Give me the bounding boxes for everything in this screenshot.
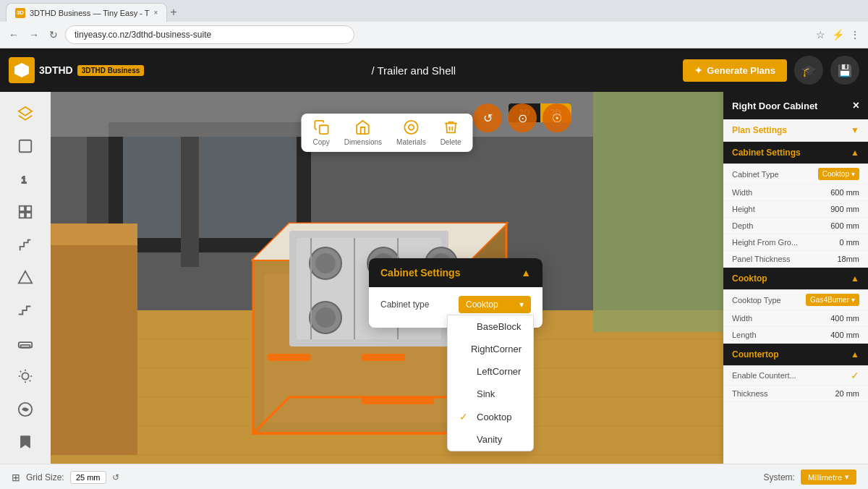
svg-line-14 xyxy=(20,371,21,372)
enable-countertop-checkbox[interactable]: ✓ xyxy=(851,370,859,381)
rp-cooktop-type-select[interactable]: Gas4Burner ▾ xyxy=(806,294,859,306)
forward-btn[interactable]: → xyxy=(26,27,42,42)
countertop-section-arrow: ▲ xyxy=(851,349,859,360)
viewport[interactable]: Copy Dimensions Materials Delete xyxy=(51,92,723,464)
bookmark-icon[interactable]: ☆ xyxy=(813,27,827,42)
grid-size-input[interactable] xyxy=(70,471,106,484)
cabinet-settings-rp-header[interactable]: Cabinet Settings ▲ xyxy=(723,142,868,164)
address-bar[interactable] xyxy=(65,25,354,44)
sparkle-icon: ✦ xyxy=(694,65,702,76)
plan-settings-label: Plan Settings xyxy=(732,125,787,135)
grid-icon: ⊞ xyxy=(12,472,20,483)
new-tab-btn[interactable]: + xyxy=(170,7,176,18)
collapse-icon[interactable]: ▲ xyxy=(521,267,531,278)
sidebar-layers-btn[interactable] xyxy=(9,99,41,127)
sidebar-stairs-btn[interactable] xyxy=(9,231,41,259)
bottom-bar: ⊞ Grid Size: ↺ System: Millimetre ▾ xyxy=(0,464,868,489)
svg-rect-2 xyxy=(20,140,32,153)
logo-badge: 3DTHD Business xyxy=(77,65,145,76)
tab-favicon: 3D xyxy=(15,8,25,18)
extension-icon[interactable]: ⚡ xyxy=(830,27,845,42)
logo: 3DTHD 3DTHD Business xyxy=(9,57,144,83)
svg-marker-0 xyxy=(14,63,29,77)
sidebar-cube-btn[interactable] xyxy=(9,132,41,160)
save-button[interactable]: 💾 xyxy=(830,56,859,85)
refresh-btn[interactable]: ↻ xyxy=(46,27,61,42)
cabinet-settings-panel: Cabinet Settings ▲ Cabinet type Cooktop … xyxy=(369,258,542,328)
sidebar-sofa-btn[interactable] xyxy=(9,329,41,357)
cabinet-type-select-wrapper: Cooktop ▾ BaseBlock xyxy=(459,296,531,313)
dropdown-item-baseblock[interactable]: BaseBlock xyxy=(448,315,533,338)
menu-icon[interactable]: ⋮ xyxy=(848,27,862,42)
system-select[interactable]: Millimetre ▾ xyxy=(801,469,856,485)
sidebar-number-btn[interactable]: 1 xyxy=(9,165,41,193)
orbit-tool[interactable]: ☉ xyxy=(542,103,571,132)
plan-settings-header[interactable]: Plan Settings ▼ xyxy=(723,119,868,142)
right-panel: Right Door Cabinet × Plan Settings ▼ Cab… xyxy=(723,92,868,464)
sidebar-steps-btn[interactable] xyxy=(9,297,41,325)
svg-marker-8 xyxy=(19,271,32,284)
save-icon: 💾 xyxy=(838,64,852,77)
browser-address-bar: ← → ↻ ☆ ⚡ ⋮ xyxy=(0,22,868,48)
svg-line-15 xyxy=(30,380,30,381)
browser-chrome: 3D 3DTHD Business — Tiny Easy - T × + ← … xyxy=(0,0,868,48)
camera-tool[interactable]: ⊙ xyxy=(508,103,537,132)
svg-marker-1 xyxy=(19,107,32,116)
dimensions-tool[interactable]: Dimensions xyxy=(344,119,382,146)
sidebar-light-btn[interactable] xyxy=(9,362,41,391)
cooktop-section-header[interactable]: Cooktop ▲ xyxy=(723,268,868,290)
dropdown-item-rightcorner[interactable]: RightCorner xyxy=(448,338,533,360)
cooktop-section-label: Cooktop xyxy=(732,273,767,284)
cabinet-settings-rp-arrow: ▲ xyxy=(851,148,859,158)
rp-cabinet-type-select[interactable]: Cooktop ▾ xyxy=(818,168,859,180)
dropdown-baseblock-label: BaseBlock xyxy=(477,321,521,332)
rp-cooktop-length-value: 400 mm xyxy=(830,331,859,339)
help-button[interactable]: 🎓 xyxy=(794,56,823,85)
app-container: 3DTHD 3DTHD Business / Trailer and Shell… xyxy=(0,48,868,489)
rp-thickness-label: Thickness xyxy=(732,389,768,398)
sidebar-paint-btn[interactable] xyxy=(9,395,41,423)
rp-height-label: Height xyxy=(732,205,755,213)
delete-tool[interactable]: Delete xyxy=(441,119,461,146)
cooktop-section-arrow: ▲ xyxy=(851,273,859,284)
copy-tool[interactable]: Copy xyxy=(312,119,329,146)
dropdown-item-leftcorner[interactable]: LeftCorner xyxy=(448,360,533,383)
generate-plans-button[interactable]: ✦ Generate Plans xyxy=(683,59,787,82)
main-area: 1 xyxy=(0,92,868,464)
svg-rect-6 xyxy=(20,213,25,218)
dropdown-item-vanity[interactable]: Vanity xyxy=(448,428,533,451)
sidebar-shape-btn[interactable] xyxy=(9,263,41,292)
svg-rect-32 xyxy=(51,224,137,245)
rp-thickness-value: 20 mm xyxy=(835,389,859,398)
svg-point-11 xyxy=(22,373,28,380)
reset-grid-icon[interactable]: ↺ xyxy=(112,472,119,482)
delete-label: Delete xyxy=(441,138,461,146)
floating-toolbar: Copy Dimensions Materials Delete xyxy=(301,114,472,152)
camera-icon: ⊙ xyxy=(518,111,527,125)
logo-icon xyxy=(9,57,35,83)
materials-tool[interactable]: Materials xyxy=(396,119,426,146)
sidebar-bookmark-btn[interactable] xyxy=(9,428,41,456)
dimensions-label: Dimensions xyxy=(344,138,382,146)
countertop-section-header[interactable]: Countertop ▲ xyxy=(723,344,868,366)
grid-size-label: Grid Size: xyxy=(26,472,64,482)
browser-tab[interactable]: 3D 3DTHD Business — Tiny Easy - T × xyxy=(6,3,167,22)
rotate-tool[interactable]: ↺ xyxy=(473,103,502,132)
sidebar-grid-btn[interactable] xyxy=(9,197,41,226)
svg-rect-25 xyxy=(593,92,723,332)
svg-point-60 xyxy=(409,124,414,129)
dropdown-item-cooktop[interactable]: ✓ Cooktop xyxy=(448,405,533,428)
dropdown-cooktop-label: Cooktop xyxy=(477,412,511,422)
cabinet-type-select[interactable]: Cooktop ▾ xyxy=(459,296,531,313)
rp-height-from-gro-row: Height From Gro... 0 mm xyxy=(723,234,868,251)
dropdown-item-sink[interactable]: Sink xyxy=(448,383,533,405)
back-btn[interactable]: ← xyxy=(6,27,22,42)
svg-rect-10 xyxy=(21,345,30,348)
svg-rect-58 xyxy=(319,125,328,134)
dropdown-sink-label: Sink xyxy=(477,388,495,399)
svg-point-59 xyxy=(404,121,417,134)
tab-close-btn[interactable]: × xyxy=(153,9,158,17)
cabinet-type-dropdown-menu: BaseBlock RightCorner LeftCorner xyxy=(447,315,534,451)
right-panel-close-btn[interactable]: × xyxy=(853,99,859,112)
svg-rect-4 xyxy=(20,206,25,211)
